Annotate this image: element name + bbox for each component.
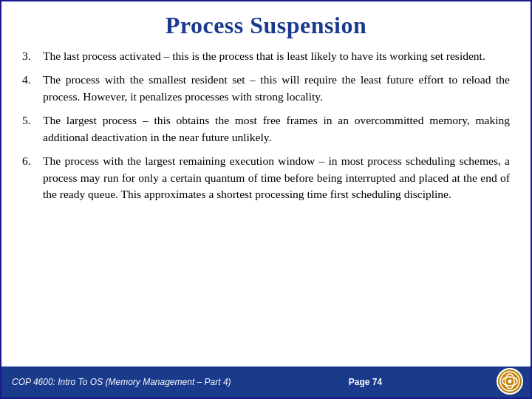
footer-page-number: Page 74 bbox=[349, 377, 382, 387]
item-text-3: The last process activated – this is the… bbox=[43, 48, 510, 64]
item-text-4: The process with the smallest resident s… bbox=[43, 72, 510, 105]
footer-course-label: COP 4600: Intro To OS (Memory Management… bbox=[12, 377, 231, 387]
footer-logo bbox=[497, 368, 523, 395]
slide: Process Suspension 3. The last process a… bbox=[0, 0, 532, 399]
list-item: 6. The process with the largest remainin… bbox=[22, 153, 510, 202]
page-title: Process Suspension bbox=[16, 12, 516, 39]
slide-footer: COP 4600: Intro To OS (Memory Management… bbox=[1, 366, 531, 398]
list-item: 5. The largest process – this obtains th… bbox=[22, 112, 510, 146]
item-text-6: The process with the largest remaining e… bbox=[43, 153, 510, 202]
item-number-5: 5. bbox=[22, 112, 43, 146]
item-text-5: The largest process – this obtains the m… bbox=[43, 112, 510, 146]
list-item: 3. The last process activated – this is … bbox=[22, 48, 510, 64]
slide-content: 3. The last process activated – this is … bbox=[1, 45, 531, 366]
logo-icon bbox=[497, 368, 523, 395]
slide-header: Process Suspension bbox=[1, 1, 531, 45]
logo-svg bbox=[499, 371, 520, 392]
svg-point-3 bbox=[508, 380, 512, 383]
item-number-6: 6. bbox=[22, 153, 43, 202]
item-number-3: 3. bbox=[22, 48, 43, 64]
list-item: 4. The process with the smallest residen… bbox=[22, 72, 510, 105]
item-number-4: 4. bbox=[22, 72, 43, 105]
